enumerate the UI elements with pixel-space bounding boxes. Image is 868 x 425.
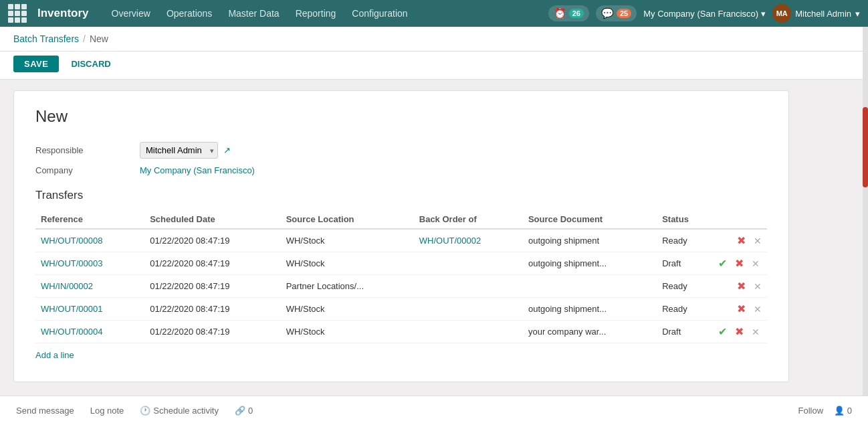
user-name: Mitchell Admin [795,9,851,19]
cell-date: 01/22/2020 08:47:19 [144,275,281,298]
remove-icon[interactable]: ✕ [754,304,762,315]
scroll-thumb[interactable] [863,107,868,187]
activity-count: 26 [569,9,584,18]
cell-actions: ✖ ✕ [713,298,767,321]
form-card: New Responsible Mitchell Admin ↗ Company… [13,90,789,382]
cell-back-order [414,298,523,321]
row-actions: ✖ ✕ [718,234,762,247]
cell-back-order [414,321,523,343]
col-scheduled-date: Scheduled Date [144,210,281,229]
back-order-link[interactable]: WH/OUT/00002 [419,236,481,246]
cell-source-document: outgoing shipment... [523,298,657,321]
cell-date: 01/22/2020 08:47:19 [144,229,281,252]
cell-date: 01/22/2020 08:47:19 [144,252,281,275]
col-actions-header [713,210,767,229]
reference-link[interactable]: WH/OUT/00001 [41,304,102,314]
transfers-table-body: WH/OUT/00008 01/22/2020 08:47:19 WH/Stoc… [35,229,767,343]
company-value[interactable]: My Company (San Francisco) [140,165,255,175]
nav-reporting[interactable]: Reporting [289,5,343,21]
nav-right: ⏰ 26 💬 25 My Company (San Francisco) ▾ M… [548,4,860,23]
company-label: Company [35,165,129,175]
delete-icon[interactable]: ✖ [735,257,744,270]
nav-master-data[interactable]: Master Data [221,5,286,21]
table-row: WH/IN/00002 01/22/2020 08:47:19 Partner … [35,275,767,298]
add-line-link[interactable]: Add a line [35,350,74,360]
responsible-row: Responsible Mitchell Admin ↗ [35,142,767,159]
responsible-select[interactable]: Mitchell Admin [140,142,218,159]
delete-icon[interactable]: ✖ [737,280,746,292]
row-actions: ✖ ✕ [718,280,762,292]
cell-source-location: WH/Stock [281,321,414,343]
company-name: My Company (San Francisco) [643,9,758,19]
user-menu[interactable]: MA Mitchell Admin ▾ [772,4,860,23]
transfers-table-head: Reference Scheduled Date Source Location… [35,210,767,229]
cell-actions: ✔ ✖ ✕ [713,321,767,343]
transfers-section-title: Transfers [35,189,767,202]
responsible-external-link-icon[interactable]: ↗ [223,145,231,155]
activity-badge[interactable]: ⏰ 26 [548,5,589,21]
cell-reference: WH/OUT/00004 [35,321,144,343]
breadcrumb-bar: Batch Transfers / New [0,27,868,52]
breadcrumb-parent[interactable]: Batch Transfers [13,33,79,44]
reference-link[interactable]: WH/OUT/00003 [41,258,102,268]
breadcrumb-current: New [90,33,108,44]
bottom-bar: Send message Log note 🕐 Schedule activit… [0,396,868,404]
cell-source-document [523,275,657,298]
cell-status: Ready [657,229,713,252]
nav-overview[interactable]: Overview [105,5,157,21]
company-row: Company My Company (San Francisco) [35,165,767,175]
reference-link[interactable]: WH/IN/00002 [41,281,93,291]
cell-actions: ✔ ✖ ✕ [713,252,767,275]
check-icon: ✔ [718,257,727,270]
action-bar: SAVE DISCARD [0,52,868,80]
col-reference: Reference [35,210,144,229]
remove-icon[interactable]: ✕ [752,327,760,337]
row-actions: ✖ ✕ [718,303,762,315]
transfers-table: Reference Scheduled Date Source Location… [35,210,767,343]
table-row: WH/OUT/00001 01/22/2020 08:47:19 WH/Stoc… [35,298,767,321]
nav-operations[interactable]: Operations [160,5,219,21]
remove-icon[interactable]: ✕ [752,258,760,269]
table-row: WH/OUT/00003 01/22/2020 08:47:19 WH/Stoc… [35,252,767,275]
remove-icon[interactable]: ✕ [754,236,762,246]
col-source-location: Source Location [281,210,414,229]
scrollbar[interactable] [863,27,868,404]
cell-reference: WH/OUT/00003 [35,252,144,275]
cell-source-location: WH/Stock [281,229,414,252]
cell-source-document: your company war... [523,321,657,343]
responsible-select-wrapper[interactable]: Mitchell Admin [140,142,218,159]
check-icon: ✔ [718,325,727,338]
discard-button[interactable]: DISCARD [64,56,117,72]
cell-status: Ready [657,298,713,321]
cell-status: Ready [657,275,713,298]
delete-icon[interactable]: ✖ [737,234,746,247]
main-content: New Responsible Mitchell Admin ↗ Company… [0,80,802,404]
apps-menu-icon[interactable] [8,4,27,23]
cell-date: 01/22/2020 08:47:19 [144,298,281,321]
message-badge[interactable]: 💬 25 [596,5,637,21]
cell-reference: WH/IN/00002 [35,275,144,298]
delete-icon[interactable]: ✖ [735,325,744,338]
cell-source-document: outgoing shipment... [523,252,657,275]
cell-source-document: outgoing shipment [523,229,657,252]
app-title: Inventory [37,7,89,20]
row-actions: ✔ ✖ ✕ [718,325,762,338]
responsible-field-wrap: Mitchell Admin ↗ [140,142,231,159]
nav-configuration[interactable]: Configuration [345,5,414,21]
col-status: Status [657,210,713,229]
remove-icon[interactable]: ✕ [754,281,762,292]
user-dropdown-icon: ▾ [855,9,860,19]
cell-date: 01/22/2020 08:47:19 [144,321,281,343]
delete-icon[interactable]: ✖ [737,303,746,315]
cell-source-location: WH/Stock [281,298,414,321]
cell-status: Draft [657,252,713,275]
cell-back-order: WH/OUT/00002 [414,229,523,252]
save-button[interactable]: SAVE [13,56,59,72]
reference-link[interactable]: WH/OUT/00004 [41,327,102,337]
company-selector[interactable]: My Company (San Francisco) ▾ [643,9,766,19]
cell-reference: WH/OUT/00001 [35,298,144,321]
table-row: WH/OUT/00004 01/22/2020 08:47:19 WH/Stoc… [35,321,767,343]
user-avatar: MA [772,4,791,23]
nav-links: Overview Operations Master Data Reportin… [105,5,538,21]
reference-link[interactable]: WH/OUT/00008 [41,236,102,246]
